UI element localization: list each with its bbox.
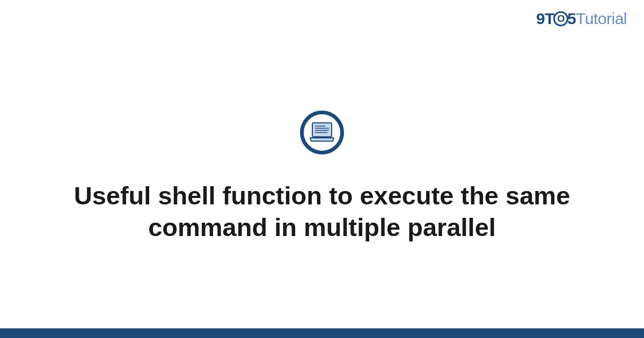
svg-rect-0 [312, 123, 332, 137]
footer-bar [0, 328, 644, 338]
laptop-icon [309, 122, 335, 143]
page-title: Useful shell function to execute the sam… [67, 180, 577, 244]
main-content: Useful shell function to execute the sam… [0, 0, 644, 338]
icon-circle [300, 111, 344, 155]
